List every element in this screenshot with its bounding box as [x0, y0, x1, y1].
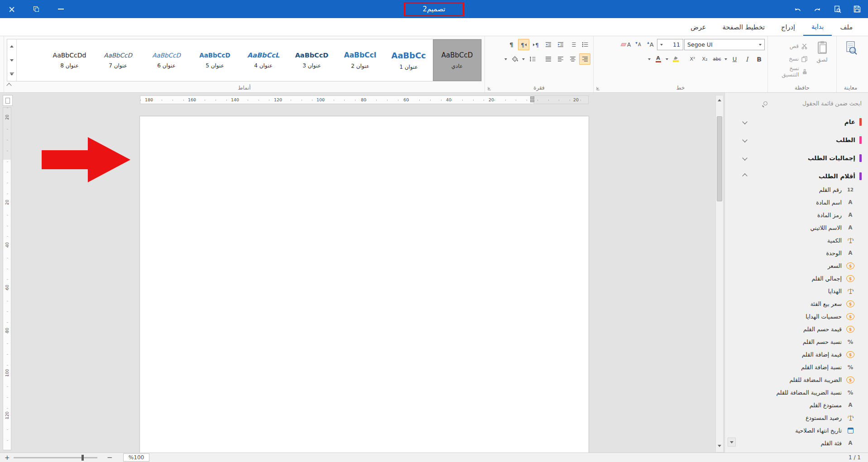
field-item[interactable]: الاسم اللاتيني [725, 221, 868, 234]
format-painter-button[interactable]: نسخ التنسيق [771, 66, 809, 77]
shading-dropdown[interactable] [504, 53, 508, 65]
zoom-value-box[interactable]: %100 [123, 453, 149, 462]
field-item[interactable]: إجمالي القلم [725, 272, 868, 285]
tab-view[interactable]: عرض [682, 18, 714, 36]
style-item-heading2[interactable]: AaBbCcI عنوان 2 [336, 39, 384, 81]
justify-button[interactable] [542, 53, 554, 65]
font-color-dropdown[interactable] [647, 53, 652, 65]
style-item-heading7[interactable]: AaBbCcD عنوان 7 [94, 39, 142, 81]
preview-button[interactable] [839, 39, 862, 82]
scrollbar-thumb[interactable] [717, 116, 722, 201]
scroll-up-icon[interactable] [716, 95, 723, 105]
shrink-font-button[interactable] [633, 39, 644, 50]
style-item-heading4[interactable]: AaBbCcL عنوان 4 [239, 39, 288, 81]
paragraph-dialog-launcher[interactable] [487, 86, 491, 90]
field-item[interactable]: الكمية [725, 234, 868, 247]
tab-page-layout[interactable]: تخطيط الصفحة [715, 18, 773, 36]
tab-home[interactable]: بداية [803, 18, 832, 36]
line-spacing-button[interactable] [527, 53, 538, 65]
field-item[interactable]: الوحدة [725, 247, 868, 259]
clear-formatting-button[interactable] [620, 39, 632, 50]
save-icon[interactable] [852, 4, 863, 14]
numbering-button[interactable]: 123 [567, 39, 578, 50]
bold-button[interactable] [753, 53, 765, 65]
subscript-button[interactable] [699, 53, 710, 65]
field-item[interactable]: اسم المادة [725, 196, 868, 209]
document-page[interactable] [140, 116, 589, 452]
field-item[interactable]: السعر [725, 259, 868, 272]
undo-icon[interactable] [792, 4, 803, 14]
field-item[interactable]: رمز المادة [725, 209, 868, 221]
zoom-slider-handle[interactable] [82, 455, 84, 461]
font-dialog-launcher[interactable] [596, 86, 600, 90]
cut-button[interactable]: قص [771, 41, 809, 52]
increase-indent-button[interactable] [542, 39, 554, 50]
highlight-dropdown[interactable] [665, 53, 669, 65]
tab-insert[interactable]: إدراج [773, 18, 803, 36]
titlebar: × تصميم2 [0, 0, 868, 18]
section-order-items[interactable]: أقلام الطلب [725, 167, 868, 185]
document-scrollbar[interactable] [715, 95, 724, 452]
highlight-color-button[interactable] [670, 53, 681, 65]
section-order[interactable]: الطلب [725, 131, 868, 149]
shading-button[interactable] [509, 53, 520, 65]
field-item[interactable]: مستودع القلم [725, 399, 868, 411]
field-item[interactable]: قيمة حسم القلم [725, 323, 868, 335]
style-item-heading8[interactable]: AaBbCcDd عنوان 8 [45, 39, 94, 81]
field-item[interactable]: تاريخ انتهاء الصلاحية [725, 424, 868, 437]
tab-file[interactable]: ملف [832, 18, 861, 36]
zoom-out-button[interactable]: − [107, 453, 113, 462]
indent-marker[interactable] [530, 96, 535, 103]
field-item[interactable]: قيمة إضافة القلم [725, 348, 868, 361]
align-right-button[interactable] [579, 53, 590, 65]
field-item[interactable]: حسميات الهدايا [725, 310, 868, 323]
align-left-button[interactable] [555, 53, 566, 65]
style-item-heading3[interactable]: AaBbCcD عنوان 3 [288, 39, 336, 81]
style-item-normal[interactable]: AaBbCcD عادي [433, 39, 481, 81]
font-color-button[interactable]: A [652, 53, 664, 65]
scroll-down-icon[interactable] [716, 441, 723, 450]
search-input[interactable] [771, 100, 862, 107]
panel-scroll-down-icon[interactable] [728, 438, 736, 447]
style-item-heading1[interactable]: AaBbCc عنوان 1 [384, 39, 433, 81]
show-marks-button[interactable] [506, 39, 517, 50]
underline-dropdown[interactable] [724, 53, 728, 65]
field-item[interactable]: سعر بيع الفئة [725, 297, 868, 310]
align-center-button[interactable] [567, 53, 578, 65]
font-size-combo[interactable]: 11 [657, 39, 683, 50]
styles-more-button[interactable] [7, 67, 16, 81]
line-spacing-dropdown[interactable] [521, 53, 526, 65]
rtl-paragraph-button[interactable] [518, 39, 529, 50]
redo-icon[interactable] [812, 4, 823, 14]
superscript-button[interactable] [687, 53, 698, 65]
field-item[interactable]: رصيد المستودع [725, 411, 868, 424]
field-item[interactable]: نسبة إضافة القلم [725, 361, 868, 373]
ltr-paragraph-button[interactable] [530, 39, 542, 50]
copy-button[interactable]: نسخ [771, 53, 809, 64]
print-preview-icon[interactable] [832, 4, 843, 14]
collapse-ribbon-button[interactable] [7, 81, 11, 89]
style-item-heading6[interactable]: AaBbCcD عنوان 6 [142, 39, 191, 81]
grow-font-button[interactable] [645, 39, 656, 50]
italic-button[interactable] [741, 53, 753, 65]
field-item[interactable]: نسبة الضريبة المضافة للقلم [725, 386, 868, 399]
style-item-heading5[interactable]: AaBbCcD عنوان 5 [191, 39, 239, 81]
section-order-totals[interactable]: إجماليات الطلب [725, 149, 868, 167]
field-item[interactable]: نسبة حسم القلم [725, 335, 868, 348]
field-item[interactable]: فئة القلم [725, 437, 868, 449]
field-item[interactable]: الهدايا [725, 285, 868, 297]
zoom-in-button[interactable]: + [5, 454, 10, 461]
bullets-button[interactable] [579, 39, 590, 50]
zoom-slider[interactable] [14, 457, 97, 458]
styles-scroll-down[interactable] [7, 53, 16, 67]
field-item[interactable]: رقم القلم [725, 183, 868, 196]
field-item[interactable]: الضريبة المضافة للقلم [725, 373, 868, 386]
section-general[interactable]: عام [725, 113, 868, 131]
strikethrough-button[interactable] [711, 53, 723, 65]
font-name-combo[interactable]: Segoe UI [684, 39, 765, 50]
styles-scroll-up[interactable] [7, 39, 16, 53]
underline-button[interactable] [729, 53, 740, 65]
ruler-corner-box[interactable] [3, 95, 13, 106]
decrease-indent-button[interactable] [555, 39, 566, 50]
paste-button[interactable]: لصق [810, 39, 834, 82]
